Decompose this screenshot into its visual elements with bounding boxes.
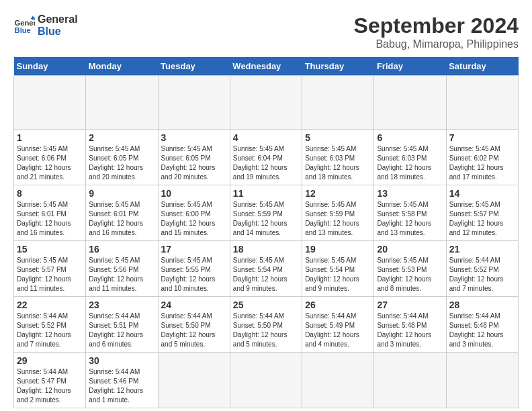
day-number: 18 [233, 244, 299, 255]
calendar-cell: 29Sunrise: 5:44 AMSunset: 5:47 PMDayligh… [14, 353, 86, 408]
day-number: 16 [89, 244, 154, 255]
title-area: September 2024 Babug, Mimaropa, Philippi… [354, 13, 519, 50]
calendar-cell: 26Sunrise: 5:44 AMSunset: 5:49 PMDayligh… [302, 297, 374, 353]
day-detail: Sunrise: 5:44 AMSunset: 5:49 PMDaylight:… [305, 312, 371, 349]
day-number: 6 [377, 132, 443, 143]
logo: General Blue General Blue [13, 13, 78, 37]
day-detail: Sunrise: 5:44 AMSunset: 5:50 PMDaylight:… [233, 312, 299, 349]
calendar-cell: 12Sunrise: 5:45 AMSunset: 5:59 PMDayligh… [302, 185, 374, 241]
calendar-cell [158, 353, 230, 408]
day-number: 20 [377, 244, 443, 255]
calendar-cell [446, 353, 518, 408]
day-detail: Sunrise: 5:45 AMSunset: 6:00 PMDaylight:… [161, 200, 227, 238]
week-row-3: 15Sunrise: 5:45 AMSunset: 5:57 PMDayligh… [14, 241, 519, 297]
logo-general: General [38, 13, 78, 26]
day-detail: Sunrise: 5:45 AMSunset: 5:55 PMDaylight:… [161, 256, 227, 293]
calendar-cell: 10Sunrise: 5:45 AMSunset: 6:00 PMDayligh… [158, 185, 230, 241]
calendar-cell [446, 76, 518, 130]
day-detail: Sunrise: 5:45 AMSunset: 6:06 PMDaylight:… [17, 144, 83, 182]
day-detail: Sunrise: 5:45 AMSunset: 6:04 PMDaylight:… [233, 144, 299, 182]
day-number: 7 [449, 132, 515, 143]
day-number: 3 [161, 132, 227, 143]
logo-icon: General Blue [13, 15, 35, 36]
day-detail: Sunrise: 5:44 AMSunset: 5:46 PMDaylight:… [89, 367, 154, 405]
day-number: 30 [89, 355, 154, 366]
day-number: 24 [161, 300, 227, 310]
header-sunday: Sunday [14, 57, 86, 76]
day-detail: Sunrise: 5:45 AMSunset: 6:05 PMDaylight:… [89, 144, 154, 182]
day-detail: Sunrise: 5:45 AMSunset: 6:02 PMDaylight:… [449, 144, 515, 182]
day-detail: Sunrise: 5:45 AMSunset: 5:56 PMDaylight:… [89, 256, 154, 293]
calendar-cell: 15Sunrise: 5:45 AMSunset: 5:57 PMDayligh… [14, 241, 86, 297]
calendar-cell: 30Sunrise: 5:44 AMSunset: 5:46 PMDayligh… [86, 353, 158, 408]
calendar-cell: 23Sunrise: 5:44 AMSunset: 5:51 PMDayligh… [86, 297, 158, 353]
calendar-cell [14, 76, 86, 130]
location-title: Babug, Mimaropa, Philippines [354, 38, 519, 50]
calendar-cell: 22Sunrise: 5:44 AMSunset: 5:52 PMDayligh… [14, 297, 86, 353]
day-number: 29 [17, 355, 83, 366]
svg-text:Blue: Blue [15, 26, 31, 34]
calendar-cell: 14Sunrise: 5:45 AMSunset: 5:57 PMDayligh… [446, 185, 518, 241]
calendar-cell [230, 76, 302, 130]
calendar-cell: 3Sunrise: 5:45 AMSunset: 6:05 PMDaylight… [158, 130, 230, 185]
calendar-cell: 20Sunrise: 5:45 AMSunset: 5:53 PMDayligh… [374, 241, 446, 297]
calendar-cell: 21Sunrise: 5:44 AMSunset: 5:52 PMDayligh… [446, 241, 518, 297]
calendar-cell: 8Sunrise: 5:45 AMSunset: 6:01 PMDaylight… [14, 185, 86, 241]
day-detail: Sunrise: 5:45 AMSunset: 5:57 PMDaylight:… [17, 256, 83, 293]
day-detail: Sunrise: 5:45 AMSunset: 6:05 PMDaylight:… [161, 144, 227, 182]
day-detail: Sunrise: 5:45 AMSunset: 5:54 PMDaylight:… [233, 256, 299, 293]
day-detail: Sunrise: 5:44 AMSunset: 5:52 PMDaylight:… [17, 312, 83, 349]
week-row-1: 1Sunrise: 5:45 AMSunset: 6:06 PMDaylight… [14, 130, 519, 185]
day-number: 2 [89, 132, 154, 143]
calendar-cell: 19Sunrise: 5:45 AMSunset: 5:54 PMDayligh… [302, 241, 374, 297]
calendar-cell: 2Sunrise: 5:45 AMSunset: 6:05 PMDaylight… [86, 130, 158, 185]
calendar-cell: 27Sunrise: 5:44 AMSunset: 5:48 PMDayligh… [374, 297, 446, 353]
header-saturday: Saturday [446, 57, 518, 76]
calendar-table: SundayMondayTuesdayWednesdayThursdayFrid… [13, 57, 519, 408]
day-number: 28 [449, 300, 515, 310]
day-detail: Sunrise: 5:45 AMSunset: 6:03 PMDaylight:… [377, 144, 443, 182]
header-row: SundayMondayTuesdayWednesdayThursdayFrid… [14, 57, 519, 76]
day-number: 14 [449, 188, 515, 199]
calendar-cell: 6Sunrise: 5:45 AMSunset: 6:03 PMDaylight… [374, 130, 446, 185]
day-detail: Sunrise: 5:45 AMSunset: 6:01 PMDaylight:… [89, 200, 154, 238]
day-number: 22 [17, 300, 83, 310]
day-detail: Sunrise: 5:45 AMSunset: 6:01 PMDaylight:… [17, 200, 83, 238]
day-number: 11 [233, 188, 299, 199]
day-number: 15 [17, 244, 83, 255]
header-tuesday: Tuesday [158, 57, 230, 76]
day-detail: Sunrise: 5:45 AMSunset: 6:03 PMDaylight:… [305, 144, 371, 182]
day-number: 1 [17, 132, 83, 143]
day-detail: Sunrise: 5:45 AMSunset: 5:59 PMDaylight:… [233, 200, 299, 238]
logo-blue: Blue [38, 26, 78, 38]
calendar-cell [374, 353, 446, 408]
calendar-cell: 5Sunrise: 5:45 AMSunset: 6:03 PMDaylight… [302, 130, 374, 185]
calendar-cell: 24Sunrise: 5:44 AMSunset: 5:50 PMDayligh… [158, 297, 230, 353]
day-detail: Sunrise: 5:44 AMSunset: 5:48 PMDaylight:… [449, 312, 515, 349]
calendar-cell: 4Sunrise: 5:45 AMSunset: 6:04 PMDaylight… [230, 130, 302, 185]
week-row-5: 29Sunrise: 5:44 AMSunset: 5:47 PMDayligh… [14, 353, 519, 408]
page-header: General Blue General Blue September 2024… [13, 13, 519, 50]
calendar-cell [302, 76, 374, 130]
calendar-cell [374, 76, 446, 130]
calendar-cell: 7Sunrise: 5:45 AMSunset: 6:02 PMDaylight… [446, 130, 518, 185]
header-friday: Friday [374, 57, 446, 76]
day-number: 26 [305, 300, 371, 310]
header-monday: Monday [86, 57, 158, 76]
day-detail: Sunrise: 5:45 AMSunset: 5:54 PMDaylight:… [305, 256, 371, 293]
calendar-cell: 16Sunrise: 5:45 AMSunset: 5:56 PMDayligh… [86, 241, 158, 297]
day-detail: Sunrise: 5:45 AMSunset: 5:53 PMDaylight:… [377, 256, 443, 293]
calendar-cell [302, 353, 374, 408]
header-thursday: Thursday [302, 57, 374, 76]
day-number: 9 [89, 188, 154, 199]
day-detail: Sunrise: 5:45 AMSunset: 5:59 PMDaylight:… [305, 200, 371, 238]
calendar-cell [86, 76, 158, 130]
day-number: 17 [161, 244, 227, 255]
month-title: September 2024 [354, 13, 519, 38]
calendar-cell [230, 353, 302, 408]
calendar-cell [158, 76, 230, 130]
day-number: 21 [449, 244, 515, 255]
day-detail: Sunrise: 5:45 AMSunset: 5:57 PMDaylight:… [449, 200, 515, 238]
week-row-2: 8Sunrise: 5:45 AMSunset: 6:01 PMDaylight… [14, 185, 519, 241]
calendar-cell: 11Sunrise: 5:45 AMSunset: 5:59 PMDayligh… [230, 185, 302, 241]
